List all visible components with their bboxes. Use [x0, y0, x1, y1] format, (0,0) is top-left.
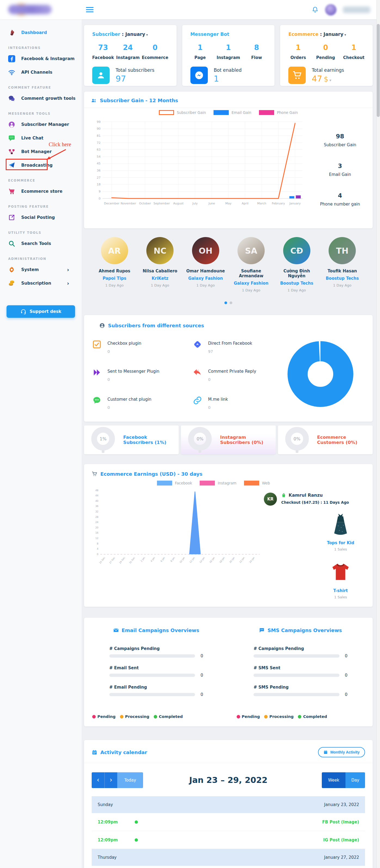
product-name[interactable]: Tops for Kid — [316, 540, 365, 545]
stat-card-header[interactable]: Ecommerce : January▾ — [288, 32, 364, 37]
subscriber-card[interactable]: TH Toufik Hasan Boostup Techs 1 Day Ago — [320, 237, 365, 292]
subscriber-avatar[interactable]: AR — [101, 237, 128, 264]
event-label[interactable]: FB Post (Image) — [322, 819, 359, 825]
scrollbar-track[interactable] — [377, 0, 380, 868]
campaign-row: # Email Pending0 — [109, 685, 203, 697]
sidebar-item-facebook-instagram[interactable]: Facebook & Instagram — [0, 52, 82, 65]
user-avatar[interactable] — [325, 4, 337, 16]
subscriber-card[interactable]: NC Nilsa Caballero KriKetz 1 Day Ago — [137, 237, 183, 292]
sidebar-item-ecommerce-store[interactable]: Ecommerce store — [0, 185, 82, 198]
app-logo[interactable] — [0, 0, 82, 19]
total-value[interactable]: 47$▾ — [312, 74, 344, 84]
subscriber-avatar[interactable]: TH — [329, 237, 356, 264]
svg-text:45: 45 — [97, 162, 100, 165]
subscriber-page-link[interactable]: Papoi Tips — [92, 276, 137, 281]
sidebar-item-dashboard[interactable]: Dashboard — [0, 26, 82, 39]
svg-text:October: October — [139, 202, 151, 205]
legend-label: Completed — [303, 714, 327, 719]
stat-card-header[interactable]: Subscriber : January▾ — [92, 32, 168, 37]
sidebar-item-label: Comment growth tools — [21, 96, 75, 101]
subscriber-name: Ahmed Rupos — [92, 269, 137, 274]
subscriber-page-link[interactable]: KriKetz — [137, 276, 183, 281]
svg-text:0: 0 — [99, 197, 100, 200]
sidebar-item-subscription[interactable]: Subscription › — [0, 276, 82, 290]
prev-button[interactable]: ‹ — [92, 772, 105, 788]
calendar-event-row[interactable]: 12:09pm FB Post (Image) — [92, 813, 365, 831]
source-label: M.me link — [208, 396, 228, 402]
day-view-button[interactable]: Day — [346, 772, 365, 788]
sidebar-item-social-posting[interactable]: Social Posting — [0, 211, 82, 224]
product-sales: 1 Sales — [316, 595, 365, 599]
sidebar-item-comment-growth-tools[interactable]: Comment growth tools — [0, 92, 82, 105]
hamburger-menu-icon[interactable] — [86, 6, 94, 13]
stat-col: 1Instagram — [216, 43, 240, 60]
product-item[interactable]: T-shirt 1 Sales — [316, 559, 365, 599]
legend-label: Processing — [125, 714, 149, 719]
total-value: 97 — [116, 74, 154, 84]
next-button[interactable]: › — [105, 772, 117, 788]
total-label: Total earnings — [312, 67, 344, 73]
legend-item-subscriber-gain[interactable]: Subscriber Gain — [159, 110, 206, 115]
subscriber-avatar[interactable]: OH — [192, 237, 219, 264]
subscriber-page-link[interactable]: Galaxy Fashion — [183, 276, 229, 281]
period-select[interactable]: January — [323, 32, 343, 37]
calendar-event-row[interactable]: 12:09pm IG Post (Image) — [92, 831, 365, 849]
legend-item-phone-gain[interactable]: Phone Gain — [259, 110, 298, 115]
sidebar-item-api-channels[interactable]: API Channels — [0, 65, 82, 79]
svg-text:8: 8 — [97, 542, 98, 545]
monthly-activity-button[interactable]: Monthly Activity — [318, 747, 365, 757]
calendar-event-row[interactable]: 02:00pm FB Post (CTA) — [92, 866, 365, 868]
main-content: Subscriber : January▾ 73Facebook 24Insta… — [82, 19, 377, 868]
subscriber-page-link[interactable]: Boostup Techs — [274, 281, 320, 286]
legend-item-email-gain[interactable]: Email Gain — [213, 110, 251, 115]
legend-item-facebook[interactable]: Facebook — [157, 480, 192, 486]
sidebar-item-system[interactable]: System › — [0, 263, 82, 276]
stat-value: 1 — [288, 43, 308, 52]
product-item[interactable]: Tops for Kid 1 Sales — [316, 512, 365, 551]
subscriber-avatar[interactable]: SA — [237, 237, 265, 264]
subscriber-card[interactable]: OH Omar Hamdoune Galaxy Fashion 1 Day Ag… — [183, 237, 229, 292]
dashboard-page: Dashboard INTEGRATIONS Facebook & Instag… — [0, 0, 380, 868]
svg-text:20 Jan: 20 Jan — [229, 556, 235, 564]
legend-item-instagram[interactable]: Instagram — [200, 480, 236, 486]
svg-text:May: May — [225, 202, 232, 205]
percent-label: Facebook Subscribers (1%) — [123, 435, 172, 445]
subscriber-name: Toufik Hasan — [320, 269, 365, 274]
subscriber-page-link[interactable]: Galaxy Fashion — [229, 281, 274, 286]
event-label[interactable]: IG Post (Image) — [323, 838, 359, 842]
support-desk-button[interactable]: Support desk — [6, 305, 75, 318]
subscriber-page-link[interactable]: Boostup Techs — [320, 276, 365, 281]
instagram-subscribers-card: 0% Instagram Subscribers (0%) — [181, 426, 275, 454]
subscriber-card[interactable]: AR Ahmed Rupos Papoi Tips 1 Day Ago — [92, 237, 137, 292]
svg-text:18 Jan: 18 Jan — [219, 556, 225, 564]
checkout-row[interactable]: KR Kamrul Ranzu Checkout ($47.25) : 11 D… — [264, 493, 365, 506]
gauge-chart: 0% — [187, 426, 212, 454]
legend-label: Pending — [97, 714, 116, 719]
campaign-label: # Campaigns Pending — [109, 646, 203, 651]
today-button[interactable]: Today — [117, 772, 143, 788]
user-name-blur[interactable] — [343, 6, 370, 13]
annotation-arrow-icon — [40, 148, 71, 162]
scrollbar-thumb[interactable] — [377, 24, 380, 117]
subscriber-avatar[interactable]: CĐ — [283, 237, 310, 264]
earnings-right-panel: KR Kamrul Ranzu Checkout ($47.25) : 11 D… — [264, 487, 365, 599]
legend-item-web[interactable]: Web — [244, 480, 270, 486]
week-view-button[interactable]: Week — [322, 772, 346, 788]
sidebar-item-subscriber-manager[interactable]: Subscriber Manager — [0, 118, 82, 131]
paper-plane-icon — [8, 162, 15, 169]
sidebar-item-search-tools[interactable]: Search Tools — [0, 237, 82, 250]
subscriber-card[interactable]: SA Soufiane Armandaw Galaxy Fashion 1 Da… — [229, 237, 274, 292]
sidebar-section-integrations: INTEGRATIONS — [8, 46, 82, 50]
carousel-dot[interactable] — [230, 302, 232, 304]
subscriber-avatar[interactable]: NC — [146, 237, 174, 264]
carousel-dot-active[interactable] — [225, 302, 227, 304]
bell-icon[interactable] — [312, 6, 319, 13]
product-name[interactable]: T-shirt — [316, 588, 365, 593]
support-desk-label: Support desk — [30, 309, 61, 314]
product-image-dress — [316, 512, 365, 538]
campaign-row: # SMS Sent0 — [254, 665, 347, 678]
svg-text:31 Dec: 31 Dec — [129, 556, 136, 564]
subscriber-card[interactable]: CĐ Cường Đình Nguyễn Boostup Techs 1 Day… — [274, 237, 320, 292]
period-select[interactable]: January — [125, 32, 145, 37]
section-title: Activity calendar — [100, 749, 147, 755]
